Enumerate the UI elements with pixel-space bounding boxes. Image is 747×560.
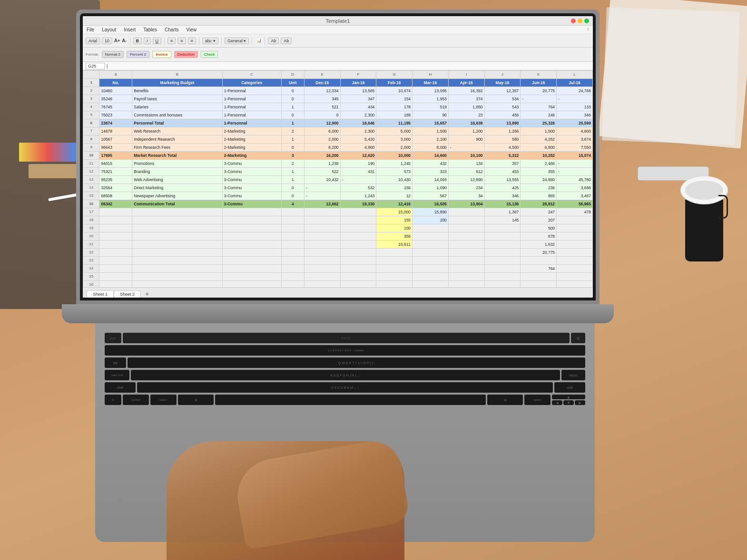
table-cell[interactable] [99, 208, 132, 216]
table-cell[interactable] [521, 257, 557, 265]
table-cell[interactable] [340, 249, 376, 257]
table-cell[interactable]: 764 [521, 103, 557, 111]
table-cell[interactable] [340, 224, 376, 232]
style-check[interactable]: Check [201, 51, 218, 58]
table-cell[interactable]: 356 [376, 232, 413, 241]
table-cell[interactable] [304, 232, 340, 241]
table-cell[interactable]: 346 [557, 111, 593, 119]
table-cell[interactable] [413, 273, 449, 281]
table-cell[interactable] [413, 249, 449, 257]
table-cell[interactable] [413, 257, 449, 265]
table-cell[interactable]: 25,599 [557, 119, 593, 127]
table-cell[interactable]: 200 [413, 216, 449, 224]
table-cell[interactable]: 8,200 [304, 144, 340, 152]
col-b-header[interactable]: B [132, 71, 222, 79]
table-cell[interactable] [340, 241, 376, 249]
table-cell[interactable] [304, 273, 340, 281]
table-cell[interactable]: Jan-16 [340, 79, 376, 87]
table-cell[interactable]: 453 [484, 168, 521, 176]
table-cell[interactable]: 1-Personnal [222, 119, 281, 127]
table-cell[interactable]: 1 [281, 103, 304, 111]
table-cell[interactable] [281, 232, 304, 241]
table-cell[interactable] [484, 224, 521, 232]
table-cell[interactable]: 10,674 [376, 87, 413, 95]
table-cell[interactable]: 3,674 [557, 135, 593, 144]
table-cell[interactable] [99, 216, 132, 224]
table-cell[interactable] [132, 273, 222, 281]
table-cell[interactable]: Promotions [132, 160, 222, 168]
table-cell[interactable]: Payroll taxes [132, 95, 222, 103]
col-e-header[interactable]: E [304, 71, 340, 79]
table-cell[interactable]: 20,775 [521, 249, 557, 257]
close-button[interactable] [571, 19, 576, 23]
option-right-key[interactable]: option [524, 395, 550, 405]
table-cell[interactable]: 1,500 [521, 127, 557, 135]
table-cell[interactable] [99, 249, 132, 257]
table-cell[interactable]: 12 [376, 192, 413, 200]
table-cell[interactable] [448, 232, 484, 241]
table-cell[interactable]: 14678 [99, 127, 132, 135]
table-cell[interactable]: 456 [484, 111, 521, 119]
arrow-left-key[interactable]: ◄ [552, 400, 562, 405]
table-cell[interactable]: Feb-16 [376, 79, 413, 87]
table-cell[interactable]: 15,000 [376, 208, 413, 216]
table-cell[interactable]: 95235 [99, 176, 132, 184]
add-sheet-button[interactable]: + [143, 290, 151, 298]
table-cell[interactable] [484, 232, 521, 241]
table-cell[interactable]: 13,890 [484, 119, 521, 127]
table-cell[interactable]: 500 [521, 224, 557, 232]
table-cell[interactable]: 2-Marketing [222, 152, 281, 160]
table-cell[interactable]: 425 [484, 184, 521, 192]
menu-layout[interactable]: Layout [102, 27, 116, 32]
table-cell[interactable]: 2,466 [521, 160, 557, 168]
table-cell[interactable] [222, 257, 281, 265]
table-cell[interactable] [340, 216, 376, 224]
table-cell[interactable]: 6,000 [304, 127, 340, 135]
table-cell[interactable]: - [448, 144, 484, 152]
table-cell[interactable]: 8,000 [413, 144, 449, 152]
table-cell[interactable]: 15,657 [413, 119, 449, 127]
table-cell[interactable]: 1,266 [484, 127, 521, 135]
table-cell[interactable]: 12,357 [484, 87, 521, 95]
table-cell[interactable]: 4 [281, 200, 304, 208]
table-cell[interactable]: 16,392 [448, 87, 484, 95]
col-l-header[interactable]: L [557, 71, 593, 79]
table-cell[interactable]: 15,890 [413, 208, 449, 216]
table-cell[interactable]: 1,200 [448, 127, 484, 135]
table-cell[interactable]: 32564 [99, 184, 132, 192]
table-cell[interactable] [448, 257, 484, 265]
table-cell[interactable] [222, 249, 281, 257]
table-cell[interactable] [376, 249, 413, 257]
table-cell[interactable] [99, 241, 132, 249]
table-cell[interactable] [376, 281, 413, 288]
arrow-down-key[interactable]: ▼ [563, 400, 574, 405]
table-cell[interactable]: 12,662 [304, 200, 340, 208]
toolbar-conditional[interactable]: 📊 [257, 39, 262, 43]
table-cell[interactable]: 1,090 [413, 184, 449, 192]
table-cell[interactable]: 14,600 [413, 152, 449, 160]
table-cell[interactable]: 10,432 [304, 176, 340, 184]
table-cell[interactable] [132, 224, 222, 232]
space-key[interactable] [215, 395, 486, 405]
table-cell[interactable]: 0 [281, 144, 304, 152]
table-cell[interactable] [448, 273, 484, 281]
table-cell[interactable] [132, 257, 222, 265]
col-k-header[interactable]: K [521, 71, 557, 79]
table-cell[interactable]: 1,850 [448, 103, 484, 111]
table-cell[interactable]: Direct Marketing [132, 184, 222, 192]
table-cell[interactable] [132, 232, 222, 241]
table-cell[interactable] [281, 257, 304, 265]
table-cell[interactable]: 4,252 [521, 135, 557, 144]
table-cell[interactable]: Branding [132, 168, 222, 176]
table-cell[interactable]: 2,100 [413, 135, 449, 144]
table-cell[interactable] [557, 281, 593, 288]
table-cell[interactable]: 357 [484, 160, 521, 168]
table-cell[interactable]: 75321 [99, 168, 132, 176]
style-normal[interactable]: Normal 2 [102, 51, 124, 58]
table-cell[interactable]: 190 [340, 160, 376, 168]
table-cell[interactable] [484, 257, 521, 265]
table-cell[interactable] [304, 241, 340, 249]
table-cell[interactable] [222, 224, 281, 232]
table-cell[interactable]: 0 [281, 87, 304, 95]
table-cell[interactable] [340, 281, 376, 288]
